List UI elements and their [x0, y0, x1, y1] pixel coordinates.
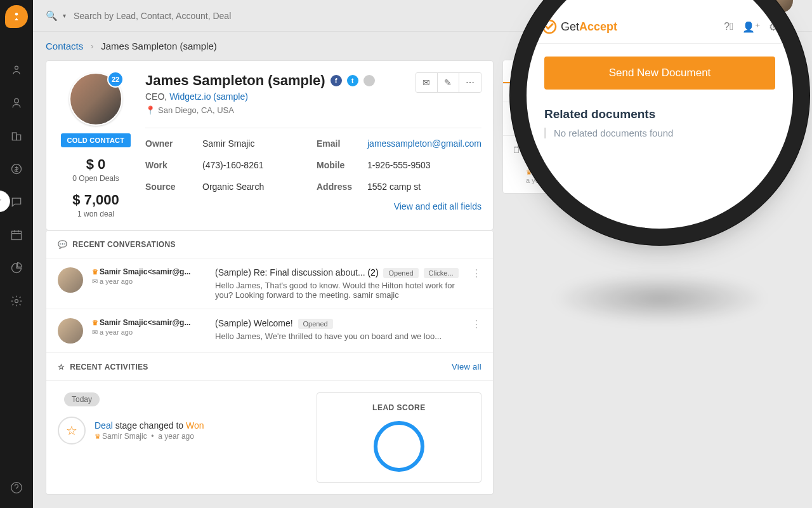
nav-deals-icon[interactable] [9, 161, 24, 177]
search-filter-caret-icon[interactable]: ▾ [63, 12, 66, 19]
crown-icon: ♛ [526, 168, 532, 176]
section-title: RECENT CONVERSATIONS [72, 240, 175, 249]
contact-company-link[interactable]: Widgetz.io (sample) [169, 91, 248, 102]
nav-settings-icon[interactable] [9, 293, 24, 309]
related-documents-title: Related documents [544, 107, 775, 121]
lens-shadow [552, 273, 768, 324]
social-unknown-icon[interactable] [363, 75, 375, 86]
chevron-right-icon: › [91, 42, 93, 51]
star-icon: ☆ [58, 363, 65, 371]
nav-reports-icon[interactable] [9, 260, 24, 276]
today-pill: Today [64, 392, 100, 406]
activity-text: stage changed to [113, 420, 186, 431]
convo-when: a year ago [100, 328, 133, 336]
field-value-mobile: 1-926-555-9503 [367, 160, 481, 170]
activity-when: a year ago [158, 432, 194, 441]
convo-from: Samir Smajic<samir@g... [100, 318, 190, 327]
field-label: Email [317, 138, 367, 149]
app-logo[interactable] [5, 5, 28, 28]
contact-location: San Diego, CA, USA [158, 105, 234, 115]
activity-deal-link[interactable]: Deal [95, 420, 113, 431]
open-deals-label: 0 Open Deals [58, 174, 134, 183]
lead-score-title: LEAD SCORE [327, 403, 471, 412]
activity-stage: Won [186, 420, 204, 431]
crown-icon: ♛ [95, 432, 101, 440]
score-badge: 22 [107, 71, 124, 88]
nav-conversations-icon[interactable] [9, 194, 24, 210]
field-value-address: 1552 camp st [367, 182, 481, 192]
won-deals-value: $ 7,000 [58, 192, 134, 208]
more-icon[interactable]: ⋮ [471, 267, 481, 300]
convo-count: (2) [367, 267, 378, 277]
facebook-icon[interactable]: f [331, 75, 342, 86]
brand-get: Get [561, 20, 579, 33]
avatar [58, 318, 83, 344]
contact-tag[interactable]: COLD CONTACT [61, 133, 131, 147]
field-value-source: Organic Search [202, 182, 317, 192]
send-new-document-button[interactable]: Send New Document [544, 57, 775, 90]
convo-from: Samir Smajic<samir@g... [100, 267, 190, 276]
lead-score-card: LEAD SCORE [317, 392, 481, 483]
field-value-email[interactable]: jamessampleton@gmail.com [367, 138, 481, 149]
convo-preview: Hello James, We're thrilled to have you … [215, 331, 462, 341]
user-avatar[interactable] [769, 0, 793, 13]
convo-subject: (Sample) Welcome! [215, 318, 293, 328]
email-button[interactable]: ✉ [416, 73, 438, 92]
crown-icon: ♛ [92, 319, 98, 326]
getaccept-logo: GetAccept [542, 19, 617, 34]
field-label: Owner [145, 138, 202, 149]
status-pill: Opened [298, 319, 333, 329]
field-value-owner: Samir Smajic [202, 138, 317, 149]
twitter-icon[interactable]: t [347, 75, 358, 86]
activity-by: Samir Smajic [102, 432, 147, 441]
field-label: Mobile [317, 160, 367, 170]
nav-contacts-icon[interactable] [9, 95, 24, 110]
recent-conversations-header: 💬 RECENT CONVERSATIONS [46, 231, 493, 258]
more-button[interactable]: ⋯ [459, 73, 481, 92]
status-pill: Clicke... [424, 268, 459, 278]
lead-score-ring [374, 421, 424, 472]
svg-point-1 [15, 66, 18, 69]
field-label: Address [317, 182, 367, 192]
breadcrumb-root[interactable]: Contacts [46, 41, 83, 51]
field-value-work: (473)-160-8261 [202, 160, 317, 170]
conversation-row[interactable]: ♛Samir Smajic<samir@g... ✉ a year ago (S… [46, 258, 493, 309]
profile-card: 22 COLD CONTACT $ 0 0 Open Deals $ 7,000… [46, 60, 494, 231]
search-input[interactable] [74, 11, 264, 21]
view-all-link[interactable]: View all [452, 362, 481, 371]
avatar [58, 267, 83, 293]
nav-leads-icon[interactable] [9, 62, 24, 77]
convo-when: a year ago [100, 277, 133, 285]
search-icon[interactable]: 🔍 [46, 10, 58, 22]
app-sidebar [0, 0, 33, 508]
help-icon[interactable]: ?⃝ [724, 21, 733, 33]
location-pin-icon: 📍 [145, 105, 155, 115]
section-title: RECENT ACTIVITIES [70, 363, 148, 371]
nav-accounts-icon[interactable] [9, 128, 24, 144]
more-icon[interactable]: ⋮ [471, 318, 481, 344]
view-all-fields-link[interactable]: View and edit all fields [394, 201, 481, 211]
nav-help-icon[interactable] [9, 480, 24, 495]
contact-name: James Sampleton (sample) [145, 72, 325, 89]
add-user-icon[interactable]: 👤⁺ [742, 21, 760, 33]
svg-rect-3 [12, 133, 16, 140]
crown-icon: ♛ [92, 268, 98, 276]
convo-preview: Hello James, That's good to know. Would … [215, 281, 462, 300]
chat-icon: 💬 [58, 240, 67, 249]
status-pill: Opened [383, 268, 418, 278]
activity-timeline: Today ☆ Deal stage changed to Won ♛Samir… [46, 380, 493, 494]
edit-button[interactable]: ✎ [438, 73, 459, 92]
breadcrumb-current: James Sampleton (sample) [101, 41, 217, 51]
svg-rect-6 [12, 231, 22, 239]
contact-title: CEO, [145, 91, 169, 102]
convo-subject: (Sample) Re: Final discussion about... [215, 267, 365, 277]
star-outline-icon: ☆ [58, 417, 86, 444]
nav-calendar-icon[interactable] [9, 227, 24, 243]
recent-activities-header: ☆ RECENT ACTIVITIES View all [46, 352, 493, 380]
open-deals-value: $ 0 [58, 156, 134, 173]
conversation-row[interactable]: ♛Samir Smajic<samir@g... ✉ a year ago (S… [46, 309, 493, 352]
svg-point-7 [15, 300, 18, 303]
field-label: Source [145, 182, 202, 192]
getaccept-header: GetAccept ?⃝ 👤⁺ ⚙ [527, 10, 793, 44]
svg-rect-4 [16, 135, 21, 140]
